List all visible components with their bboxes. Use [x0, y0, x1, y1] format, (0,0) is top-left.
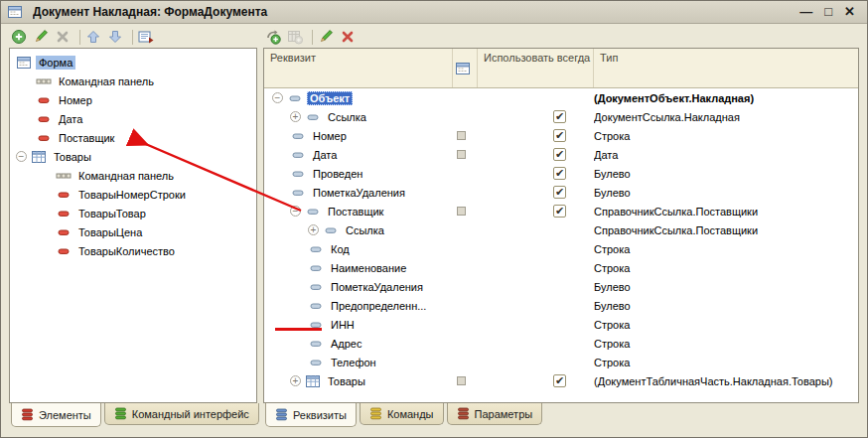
attribute-label: Проведен [310, 167, 365, 181]
form-usage-cell [453, 150, 478, 159]
attribute-label: Объект [307, 91, 353, 105]
attributes-toolbar [263, 26, 859, 48]
attribute-row-Предопределенн...[interactable]: Предопределенн...Булево [264, 296, 858, 315]
tree-item-Форма[interactable]: Форма [10, 53, 256, 72]
attribute-name-cell[interactable]: ПометкаУдаления [264, 185, 453, 201]
tab-Команды[interactable]: Команды [360, 403, 444, 425]
used-on-form-marker [457, 376, 466, 385]
expand-icon[interactable]: + [308, 224, 319, 235]
collapse-icon[interactable]: − [16, 151, 27, 162]
tree-item-ТоварыЦена[interactable]: ТоварыЦена [10, 222, 256, 241]
attribute-row-Проведен[interactable]: Проведен✔Булево [264, 164, 858, 183]
form-window-icon [7, 4, 23, 20]
close-button[interactable]: ✕ [844, 5, 855, 19]
use-always-checkbox[interactable]: ✔ [553, 205, 566, 218]
column-header-use-always[interactable]: Использовать всегда [478, 49, 594, 87]
attribute-label: ИНН [328, 318, 358, 332]
edit-button[interactable] [318, 27, 338, 47]
tree-item-Поставщик[interactable]: Поставщик [10, 128, 256, 147]
attribute-row-Товары[interactable]: +Товары✔(ДокументТабличнаяЧасть.Накладна… [264, 371, 858, 390]
use-always-checkbox[interactable]: ✔ [553, 374, 566, 387]
field-icon [56, 243, 72, 259]
attribute-name-cell[interactable]: ПометкаУдаления [264, 279, 453, 295]
add-button[interactable] [11, 27, 31, 47]
use-always-cell: ✔ [478, 148, 594, 161]
attribute-name-cell[interactable]: Дата [264, 147, 453, 163]
tab-Элементы[interactable]: Элементы [11, 403, 101, 427]
tree-item-label: ТоварыТовар [75, 207, 149, 220]
attribute-row-Ссылка[interactable]: +СсылкаСправочникСсылка.Поставщики [264, 220, 858, 239]
elements-tree: ФормаКомандная панельНомерДатаПоставщик−… [10, 49, 256, 260]
column-header-type[interactable]: Тип [594, 49, 858, 87]
use-always-checkbox[interactable]: ✔ [553, 186, 566, 199]
attribute-row-Код[interactable]: КодСтрока [264, 239, 858, 258]
collapse-icon[interactable]: − [272, 92, 283, 103]
attribute-icon [287, 90, 303, 106]
tab-Параметры[interactable]: Параметры [447, 403, 543, 425]
move-up-button[interactable] [85, 27, 105, 47]
tab-Командный интерфейс[interactable]: Командный интерфейс [104, 403, 259, 425]
use-always-checkbox[interactable]: ✔ [553, 129, 566, 142]
tree-item-Дата[interactable]: Дата [10, 109, 256, 128]
expand-icon[interactable]: + [290, 111, 301, 122]
column-header-attribute[interactable]: Реквизит [264, 49, 453, 87]
attribute-type: Булево [594, 300, 858, 312]
attribute-name-cell[interactable]: Телефон [264, 355, 453, 370]
attribute-name-cell[interactable]: −Поставщик [264, 204, 453, 219]
window-title: Документ Накладная: ФормаДокумента [33, 5, 794, 19]
check-form-button[interactable] [138, 27, 158, 47]
tree-item-Командная панель[interactable]: Командная панель [10, 166, 256, 185]
edit-icon [318, 29, 334, 45]
attribute-label: Ссылка [325, 110, 369, 124]
tree-item-Товары[interactable]: −Товары [10, 147, 256, 166]
attribute-row-Дата[interactable]: Дата✔Дата [264, 145, 858, 164]
attribute-row-Адрес[interactable]: АдресСтрока [264, 334, 858, 353]
add-attribute-button[interactable] [265, 27, 285, 47]
attribute-row-ИНН[interactable]: ИННСтрока [264, 315, 858, 334]
title-bar[interactable]: Документ Накладная: ФормаДокумента —□✕ [1, 1, 867, 24]
attribute-row-Номер[interactable]: Номер✔Строка [264, 126, 858, 145]
attribute-row-Поставщик[interactable]: −Поставщик✔СправочникСсылка.Поставщики [264, 202, 858, 220]
attribute-name-cell[interactable]: Адрес [264, 336, 453, 352]
tab-stack-icon [21, 408, 34, 421]
attribute-name-cell[interactable]: ИНН [264, 317, 453, 333]
attribute-name-cell[interactable]: +Ссылка [264, 109, 453, 125]
attribute-row-Объект[interactable]: −Объект(ДокументОбъект.Накладная) [264, 88, 858, 107]
attribute-row-ПометкаУдаления[interactable]: ПометкаУдаления✔Булево [264, 183, 858, 202]
attribute-row-Ссылка[interactable]: +Ссылка✔ДокументСсылка.Накладная [264, 107, 858, 126]
attribute-row-Наименование[interactable]: НаименованиеСтрока [264, 258, 858, 277]
attribute-icon [308, 260, 324, 276]
move-down-button[interactable] [107, 27, 127, 47]
attribute-name-cell[interactable]: +Ссылка [264, 222, 453, 238]
attribute-name-cell[interactable]: −Объект [264, 90, 453, 106]
use-always-checkbox[interactable]: ✔ [553, 167, 566, 180]
tree-item-ТоварыНомерСтроки[interactable]: ТоварыНомерСтроки [10, 185, 256, 204]
tree-item-ТоварыТовар[interactable]: ТоварыТовар [10, 204, 256, 222]
edit-button[interactable] [33, 27, 53, 47]
attribute-icon [308, 336, 324, 352]
maximize-button[interactable]: □ [824, 5, 832, 19]
attribute-name-cell[interactable]: Наименование [264, 260, 453, 276]
minimize-button[interactable]: — [799, 5, 812, 19]
use-always-checkbox[interactable]: ✔ [553, 148, 566, 161]
attribute-type: СправочникСсылка.Поставщики [594, 224, 858, 236]
attribute-type: Булево [594, 281, 858, 293]
use-always-checkbox[interactable]: ✔ [553, 110, 566, 123]
expand-icon[interactable]: + [290, 375, 301, 386]
tree-item-Командная панель[interactable]: Командная панель [10, 72, 256, 90]
attribute-row-ПометкаУдаления[interactable]: ПометкаУдаленияБулево [264, 277, 858, 296]
attribute-label: ПометкаУдаления [310, 186, 408, 200]
delete-button[interactable] [340, 27, 360, 47]
attribute-name-cell[interactable]: +Товары [264, 373, 453, 389]
attribute-name-cell[interactable]: Код [264, 241, 453, 257]
collapse-icon[interactable]: − [290, 206, 301, 217]
attribute-name-cell[interactable]: Предопределенн... [264, 298, 453, 314]
use-always-cell: ✔ [478, 374, 594, 387]
attribute-name-cell[interactable]: Номер [264, 128, 453, 144]
attribute-row-Телефон[interactable]: ТелефонСтрока [264, 353, 858, 371]
tree-item-Номер[interactable]: Номер [10, 90, 256, 109]
tab-Реквизиты[interactable]: Реквизиты [265, 403, 357, 427]
column-header-form-usage[interactable] [453, 49, 478, 87]
attribute-name-cell[interactable]: Проведен [264, 166, 453, 182]
tree-item-ТоварыКоличество[interactable]: ТоварыКоличество [10, 241, 256, 260]
